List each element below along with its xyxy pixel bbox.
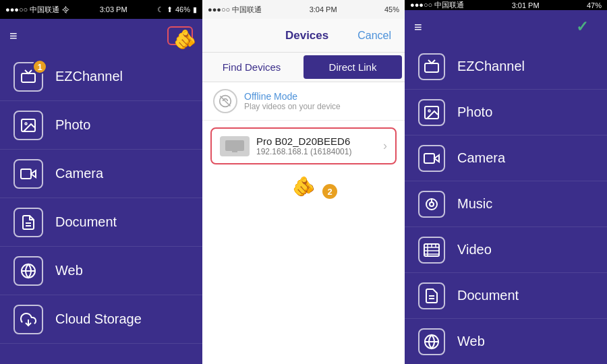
time-mid: 3:04 PM [310, 5, 337, 13]
menu-item-document-right[interactable]: Document [405, 273, 607, 319]
video-label-right: Video [457, 242, 492, 257]
device-ip: 192.168.168.1 (16184001) [256, 147, 351, 156]
carrier-right: ●●●○○ 中国联通 [410, 0, 464, 10]
panel-right: ●●●○○ 中国联通 3:01 PM 47% ≡ ✓ EZChannel Pho… [405, 0, 607, 364]
document-label-left: Document [55, 214, 117, 230]
svg-rect-4 [21, 169, 31, 179]
menu-item-video-right[interactable]: Video [405, 227, 607, 273]
device-item[interactable]: Pro B02_D20BEED6 192.168.168.1 (16184001… [210, 127, 397, 164]
battery-icon-left: ▮ [193, 5, 197, 14]
menu-list-left: EZChannel 1 Photo Camera Document [0, 53, 202, 364]
menu-list-right: EZChannel Photo Camera Music [405, 44, 607, 364]
photo-label-right: Photo [457, 104, 492, 120]
web-label-left: Web [55, 263, 83, 278]
document-icon-right [418, 282, 445, 309]
menu-item-web-right[interactable]: Web [405, 319, 607, 364]
nav-bar-mid: Devices Cancel [202, 19, 405, 53]
status-carrier-left: ●●●○○ 中国联通 令 [5, 5, 69, 15]
signal-dots-left: ●●●○○ 中国联通 [5, 5, 59, 15]
time-left: 3:03 PM [100, 5, 127, 13]
battery-right: 47% [587, 1, 602, 9]
check-icon-left: ✓ [176, 30, 185, 42]
badge-2: 2 [322, 184, 337, 199]
battery-left: 46% [175, 5, 190, 13]
nav-bar-left: ≡ ✓ [0, 19, 202, 53]
web-label-right: Web [457, 334, 485, 349]
menu-item-photo-right[interactable]: Photo [405, 90, 607, 135]
cloudstorage-label-left: Cloud Storage [55, 311, 142, 327]
cursor-hand-mid-container: 🫵 2 [202, 175, 405, 198]
tab-row-mid: Find Devices Direct Link [202, 53, 405, 82]
svg-point-16 [428, 110, 430, 112]
battery-mid: 45% [384, 5, 399, 13]
globe-icon-right [418, 328, 445, 355]
svg-rect-14 [425, 63, 438, 72]
globe-icon-left [13, 256, 43, 286]
video-icon-right [418, 237, 445, 264]
status-bar-right: ●●●○○ 中国联通 3:01 PM 47% [405, 0, 607, 10]
menu-item-music-right[interactable]: Music [405, 181, 607, 227]
status-bar-left: ●●●○○ 中国联通 令 3:03 PM ☾ ⬆ 46% ▮ [0, 0, 202, 19]
menu-item-photo-left[interactable]: Photo [0, 101, 202, 150]
nav-title-mid: Devices [285, 29, 328, 42]
device-name: Pro B02_D20BEED6 [256, 135, 351, 147]
tab-find-devices[interactable]: Find Devices [202, 53, 301, 82]
status-bar-mid: ●●●○○ 中国联通 3:04 PM 45% [202, 0, 405, 19]
ezchannel-label-right: EZChannel [457, 59, 525, 74]
camera-label-right: Camera [457, 150, 505, 166]
menu-item-camera-right[interactable]: Camera [405, 135, 607, 181]
cloud-icon-left [13, 305, 43, 334]
panel-mid: ●●●○○ 中国联通 3:04 PM 45% Devices Cancel Fi… [202, 0, 405, 364]
tab-direct-label: Direct Link [329, 61, 377, 73]
offline-text-group: Offline Mode Play videos on your device [244, 91, 341, 111]
check-button-left[interactable]: ✓ [167, 26, 193, 45]
battery-group-left: ☾ ⬆ 46% ▮ [157, 5, 197, 14]
cursor-hand-mid: 🫵 [292, 175, 316, 198]
badge-ezchannel: 1 [32, 59, 47, 74]
device-arrow-icon: › [383, 139, 387, 153]
tab-find-label: Find Devices [223, 61, 281, 73]
camera-label-left: Camera [55, 166, 103, 181]
check-icon-right[interactable]: ✓ [567, 10, 598, 44]
offline-title: Offline Mode [244, 91, 341, 102]
menu-item-document-left[interactable]: Document [0, 198, 202, 247]
music-icon-right [418, 191, 445, 218]
svg-point-20 [430, 202, 434, 206]
svg-marker-3 [31, 171, 36, 177]
menu-item-ezchannel-left[interactable]: EZChannel 1 [0, 53, 202, 101]
wifi-icon-left: 令 [62, 5, 69, 15]
cancel-button-mid[interactable]: Cancel [357, 30, 391, 42]
panel-left: ●●●○○ 中国联通 令 3:03 PM ☾ ⬆ 46% ▮ ≡ ✓ 🫵 EZC… [0, 0, 202, 364]
location-icon-left: ⬆ [167, 5, 173, 14]
offline-subtitle: Play videos on your device [244, 102, 341, 111]
hamburger-icon-left[interactable]: ≡ [9, 28, 18, 44]
photo-icon-right [418, 99, 445, 126]
menu-item-ezchannel-right[interactable]: EZChannel [405, 44, 607, 90]
document-label-right: Document [457, 288, 519, 303]
svg-rect-12 [225, 140, 244, 151]
menu-item-web-left[interactable]: Web [0, 247, 202, 295]
nav-bar-right: ≡ ✓ [405, 10, 607, 44]
photo-icon-left [13, 111, 43, 140]
tv-icon-right [418, 53, 445, 80]
tab-direct-link[interactable]: Direct Link [304, 55, 402, 79]
photo-label-left: Photo [55, 117, 90, 133]
hamburger-icon-right[interactable]: ≡ [414, 20, 422, 35]
svg-line-11 [221, 96, 231, 107]
device-info-group: Pro B02_D20BEED6 192.168.168.1 (16184001… [256, 135, 351, 156]
menu-item-cloudstorage-left[interactable]: Cloud Storage [0, 295, 202, 344]
time-right: 3:01 PM [512, 1, 540, 9]
document-icon-left [13, 208, 43, 237]
svg-point-2 [25, 123, 27, 125]
menu-item-camera-left[interactable]: Camera [0, 150, 202, 198]
svg-marker-17 [434, 155, 439, 162]
music-label-right: Music [457, 196, 492, 212]
carrier-mid: ●●●○○ 中国联通 [208, 5, 262, 15]
svg-rect-18 [424, 154, 434, 163]
device-thumbnail [220, 136, 250, 156]
svg-rect-0 [22, 73, 35, 82]
camera-icon-left [13, 159, 43, 189]
moon-icon-left: ☾ [157, 5, 164, 14]
offline-mode-row[interactable]: Offline Mode Play videos on your device [202, 82, 405, 121]
svg-rect-13 [232, 151, 237, 152]
